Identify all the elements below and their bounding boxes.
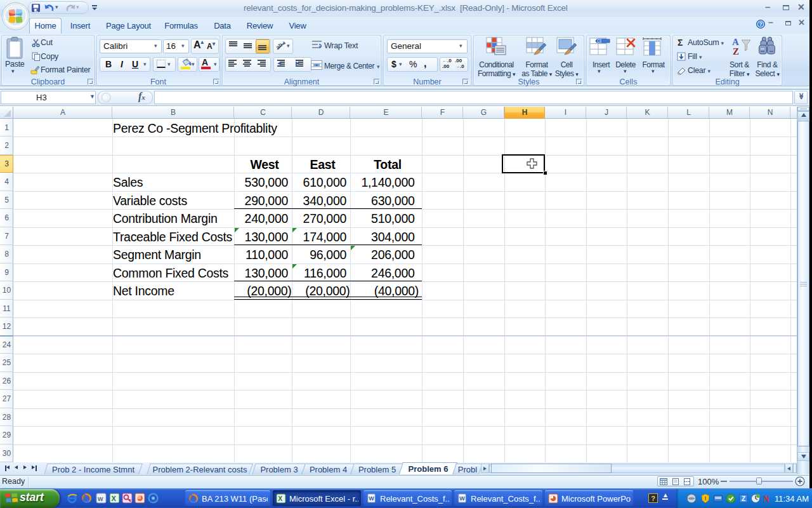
svg-text:ab: ab	[275, 42, 284, 51]
svg-text:A: A	[732, 37, 739, 47]
svg-text:X: X	[112, 495, 117, 502]
svg-text:w: w	[97, 495, 103, 502]
svg-text:W: W	[369, 495, 374, 502]
svg-text:?: ?	[759, 21, 762, 27]
svg-text:Z: Z	[733, 46, 739, 57]
svg-text:!: !	[705, 495, 707, 502]
svg-text:Z: Z	[742, 495, 745, 502]
svg-text:W: W	[459, 495, 465, 502]
svg-text:N: N	[763, 495, 769, 504]
svg-text:X: X	[278, 495, 282, 502]
